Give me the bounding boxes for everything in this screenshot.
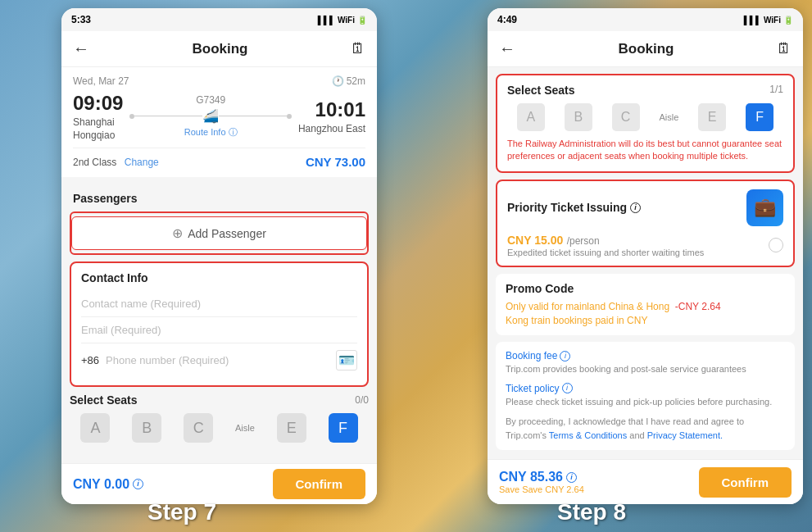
- select-seats-section-left: Select Seats 0/0 A B C Aisle E F: [70, 393, 369, 443]
- select-seats-card: Select Seats 1/1 A B C Aisle E F The Rai…: [496, 74, 795, 173]
- wifi-icon: WiFi: [338, 16, 355, 25]
- train-icon: 🚄: [202, 108, 219, 124]
- passengers-title: Passengers: [70, 184, 369, 205]
- status-icons-right: ▌▌▌ WiFi 🔋: [744, 16, 793, 25]
- seat-c-r[interactable]: C: [612, 103, 640, 131]
- booking-fee-icon[interactable]: i: [560, 351, 570, 361]
- seat-a-r[interactable]: A: [517, 103, 545, 131]
- status-time-right: 4:49: [497, 14, 517, 25]
- battery-icon: 🔋: [357, 16, 367, 25]
- seat-icons-left: A B C Aisle E F: [70, 413, 369, 443]
- seat-b[interactable]: B: [132, 413, 161, 443]
- phone-screen-step7: 5:33 ▌▌▌ WiFi 🔋 ← Booking 🗓 Wed, Mar 27 …: [61, 8, 377, 504]
- calendar-icon-right[interactable]: 🗓: [777, 40, 792, 57]
- header-title-left: Booking: [193, 41, 248, 57]
- ticket-policy-desc: Please check ticket issuing and pick-up …: [506, 396, 785, 408]
- aisle-label-r: Aisle: [660, 112, 679, 122]
- arrival-info: 10:01 Hangzhou East: [298, 98, 365, 134]
- seat-f[interactable]: F: [329, 413, 358, 443]
- photo-icon[interactable]: 🪪: [336, 350, 357, 371]
- confirm-button-right[interactable]: Confirm: [699, 467, 792, 498]
- calendar-icon-left[interactable]: 🗓: [351, 40, 365, 57]
- bottom-bar-left: CNY 0.00 i Confirm: [61, 463, 377, 504]
- back-button-left[interactable]: ←: [73, 39, 89, 58]
- back-button-right[interactable]: ←: [499, 39, 515, 58]
- trip-duration: 🕐 52m: [332, 75, 365, 87]
- seats-header-r: Select Seats 1/1: [507, 84, 783, 97]
- departure-time: 09:09: [73, 92, 123, 115]
- total-price-right: CNY 85.36 i: [499, 470, 584, 484]
- signal-icon: ▌▌▌: [318, 16, 335, 25]
- phone-screen-step8: 4:49 ▌▌▌ WiFi 🔋 ← Booking 🗓 Select Seats…: [488, 8, 803, 504]
- promo-title: Promo Code: [506, 282, 785, 295]
- seats-title-left: Select Seats: [70, 393, 138, 407]
- seat-e-r[interactable]: E: [698, 103, 726, 131]
- train-middle: G7349 🚄 Route Info ⓘ: [129, 94, 292, 139]
- content-right: Select Seats 1/1 A B C Aisle E F The Rai…: [488, 67, 803, 469]
- trip-date: Wed, Mar 27: [73, 75, 129, 87]
- class-row: 2nd Class Change CNY 73.00: [73, 148, 365, 169]
- total-price-left: CNY 0.00 i: [73, 477, 143, 492]
- promo-code-section: Promo Code Only valid for mainland China…: [496, 274, 795, 336]
- add-passenger-wrapper: ⊕ Add Passenger: [70, 211, 369, 255]
- info-icon-right[interactable]: i: [566, 472, 577, 483]
- seats-header-left: Select Seats 0/0: [70, 393, 369, 407]
- seats-warning: The Railway Administration will do its b…: [507, 138, 783, 163]
- arrival-time: 10:01: [298, 98, 365, 121]
- privacy-link[interactable]: Privacy Statement.: [647, 430, 723, 440]
- header-title-right: Booking: [619, 41, 674, 57]
- passengers-section: Passengers ⊕ Add Passenger: [70, 184, 369, 255]
- clock-icon: 🕐: [332, 75, 344, 87]
- content-left: Wed, Mar 27 🕐 52m 09:09 Shanghai Hongqia…: [61, 67, 377, 469]
- status-bar-left: 5:33 ▌▌▌ WiFi 🔋: [61, 8, 377, 31]
- seats-page: 1/1: [769, 84, 783, 97]
- status-icons-left: ▌▌▌ WiFi 🔋: [318, 16, 367, 25]
- priority-per: /person: [567, 235, 600, 247]
- signal-icon-r: ▌▌▌: [744, 16, 761, 25]
- priority-radio[interactable]: [769, 238, 783, 252]
- trip-main: 09:09 Shanghai Hongqiao G7349 🚄 Route In…: [73, 92, 365, 141]
- contact-phone-field: +86 Phone number (Required) 🪪: [81, 343, 357, 377]
- priority-header: Priority Ticket Issuing i 💼: [507, 189, 783, 226]
- info-icon-left[interactable]: i: [133, 479, 143, 489]
- confirm-button-left[interactable]: Confirm: [273, 469, 366, 499]
- step8-label: Step 8: [557, 499, 626, 525]
- change-class-link[interactable]: Change: [125, 157, 159, 168]
- seats-title-r: Select Seats: [507, 84, 575, 97]
- departure-station: Shanghai: [73, 116, 123, 128]
- add-passenger-label: Add Passenger: [188, 227, 266, 240]
- arrival-station: Hangzhou East: [298, 123, 365, 134]
- route-info-link[interactable]: Route Info ⓘ: [129, 126, 292, 139]
- seat-c[interactable]: C: [184, 413, 213, 443]
- ticket-price: CNY 73.00: [306, 155, 365, 169]
- aisle-label-left: Aisle: [235, 423, 255, 433]
- seat-a[interactable]: A: [80, 413, 110, 443]
- priority-desc: Expedited ticket issuing and shorter wai…: [507, 248, 704, 257]
- battery-icon-r: 🔋: [783, 16, 793, 25]
- ticket-policy-title: Ticket policy i: [506, 383, 785, 394]
- departure-info: 09:09 Shanghai Hongqiao: [73, 92, 123, 141]
- phone-placeholder[interactable]: Phone number (Required): [106, 354, 329, 366]
- contact-email-field[interactable]: Email (Required): [81, 317, 357, 343]
- priority-info-icon[interactable]: i: [630, 202, 641, 213]
- priority-price-info: CNY 15.00 /person Expedited ticket issui…: [507, 233, 704, 257]
- booking-fee-title: Booking fee i: [506, 350, 785, 361]
- seat-f-r[interactable]: F: [746, 103, 773, 131]
- app-header-right: ← Booking 🗓: [488, 31, 803, 67]
- status-time-left: 5:33: [71, 14, 91, 25]
- contact-info-section: Contact Info Contact name (Required) Ema…: [70, 261, 369, 387]
- seat-e[interactable]: E: [277, 413, 306, 443]
- app-header-left: ← Booking 🗓: [61, 31, 377, 67]
- ticket-policy-icon[interactable]: i: [562, 383, 573, 393]
- add-passenger-button[interactable]: ⊕ Add Passenger: [71, 216, 367, 250]
- seat-b-r[interactable]: B: [565, 103, 592, 131]
- priority-ticket-card: Priority Ticket Issuing i 💼 CNY 15.00 /p…: [496, 180, 795, 267]
- priority-title: Priority Ticket Issuing i: [507, 201, 641, 214]
- booking-fee-row: Booking fee i Trip.com provides booking …: [506, 350, 785, 375]
- contact-name-field[interactable]: Contact name (Required): [81, 291, 357, 317]
- promo-desc: Only valid for mainland China & Hong -CN…: [506, 300, 785, 328]
- trip-card: Wed, Mar 27 🕐 52m 09:09 Shanghai Hongqia…: [61, 67, 377, 177]
- plus-icon: ⊕: [172, 225, 183, 241]
- train-number: G7349: [129, 94, 292, 106]
- terms-link[interactable]: Terms & Conditions: [549, 430, 627, 440]
